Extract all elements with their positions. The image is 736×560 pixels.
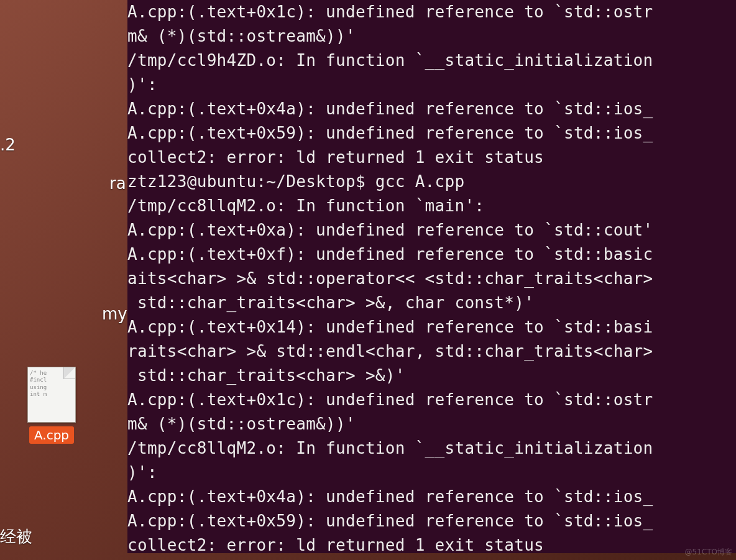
desktop-fragment-version: .2 [0, 135, 16, 154]
terminal-window[interactable]: A.cpp:(.text+0x1c): undefined reference … [127, 0, 736, 553]
watermark: @51CTO博客 [685, 547, 732, 558]
desktop-file-acpp[interactable]: /* he #incl using int m A.cpp [24, 367, 80, 444]
file-icon: /* he #incl using int m [27, 367, 76, 423]
desktop-icon-label-ra: ra [109, 174, 126, 193]
file-label: A.cpp [29, 426, 74, 444]
desktop-trash-label: 经被 [0, 526, 32, 548]
terminal-output[interactable]: A.cpp:(.text+0x1c): undefined reference … [127, 0, 736, 553]
desktop: .2 ra myp 经被 /* he #incl using int m A.c… [0, 0, 736, 560]
